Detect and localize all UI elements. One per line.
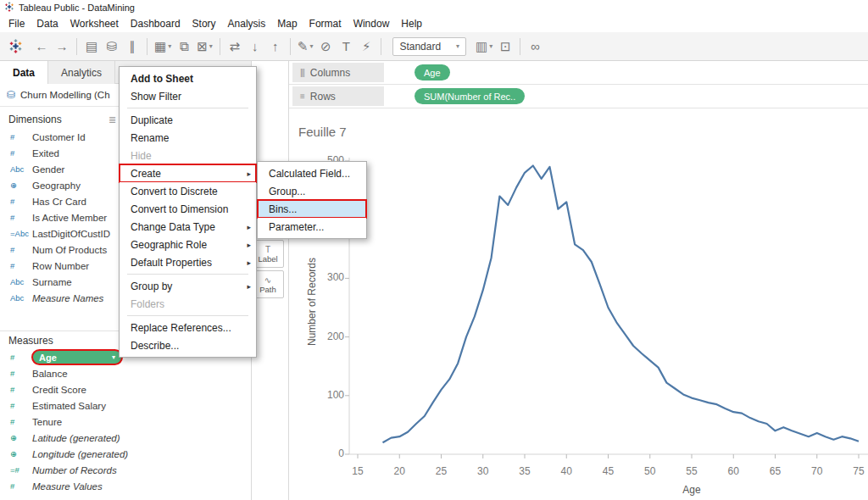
new-data-source-button[interactable]: ⛁ [102, 36, 122, 58]
menu-item-describe[interactable]: Describe... [120, 336, 256, 354]
fit-selector[interactable]: Standard ▾ [392, 37, 466, 56]
menu-item-duplicate[interactable]: Duplicate [120, 111, 256, 129]
menu-item-rename[interactable]: Rename [120, 129, 256, 147]
menubar-item-map[interactable]: Map [271, 15, 303, 32]
menu-item-convert-to-discrete[interactable]: Convert to Discrete [120, 182, 256, 200]
submenu-arrow-icon: ▸ [247, 282, 251, 291]
swap-rows-columns-icon: ⇄ [230, 40, 241, 53]
measure-field-latitude-generated[interactable]: ⊕Latitude (generated) [0, 430, 251, 446]
undo-button[interactable]: ← [31, 36, 52, 58]
measure-field-longitude-generated[interactable]: ⊕Longitude (generated) [0, 446, 251, 462]
menu-item-label: Hide [131, 150, 152, 162]
number-icon: # [10, 353, 32, 362]
menu-item-replace-references[interactable]: Replace References... [120, 319, 256, 336]
sheet-title[interactable]: Feuille 7 [298, 125, 347, 139]
clear-sheet-button[interactable]: ⊠▾ [194, 36, 215, 58]
measure-field-tenure[interactable]: #Tenure [0, 414, 251, 430]
menu-item-label: Group... [269, 186, 305, 197]
rows-shelf-body[interactable]: SUM(Number of Rec.. [384, 88, 868, 104]
tableau-toolbar-logo-button[interactable] [8, 39, 23, 53]
menubar-item-story[interactable]: Story [186, 15, 222, 32]
y-axis-label: Number of Records [306, 242, 318, 361]
menubar: FileDataWorksheetDashboardStoryAnalysisM… [0, 15, 868, 32]
menu-item-geographic-role[interactable]: Geographic Role▸ [120, 236, 256, 253]
x-tick-label: 65 [762, 465, 789, 477]
menubar-item-file[interactable]: File [3, 15, 31, 32]
columns-shelf-body[interactable]: Age [384, 64, 868, 81]
submenu-item-group[interactable]: Group... [258, 182, 366, 200]
measure-field-number-of-records[interactable]: =#Number of Records [0, 462, 251, 478]
menu-item-show-filter[interactable]: Show Filter [120, 87, 256, 105]
presentation-mode-button[interactable]: ⊡ [495, 36, 515, 58]
field-label: Gender [32, 164, 64, 175]
calculated-number-icon: =# [10, 465, 32, 475]
toolbar-separator [520, 38, 520, 55]
selected-field-pill[interactable]: Age▾ [32, 350, 122, 364]
menubar-item-dashboard[interactable]: Dashboard [125, 15, 186, 32]
line-chart[interactable] [342, 119, 868, 475]
view-options-icon[interactable]: ≣ [108, 114, 116, 125]
menubar-item-format[interactable]: Format [303, 15, 348, 32]
menu-item-folders[interactable]: Folders [120, 295, 256, 313]
field-label: Exited [32, 148, 59, 158]
menu-item-hide[interactable]: Hide [120, 147, 256, 164]
menu-item-label: Replace References... [131, 322, 231, 334]
menu-item-change-data-type[interactable]: Change Data Type▸ [120, 218, 256, 236]
show-hide-cards-icon: ▥ [476, 40, 487, 53]
redo-button[interactable]: → [52, 36, 72, 58]
group-members-button[interactable]: ⊘ [315, 36, 336, 58]
columns-pill-age[interactable]: Age [415, 64, 450, 81]
save-button[interactable]: ▤ [81, 36, 102, 58]
menu-item-default-properties[interactable]: Default Properties▸ [120, 253, 256, 271]
rows-icon: ≡ [300, 92, 304, 101]
menu-item-create[interactable]: Create▸ [120, 164, 256, 182]
field-context-menu: Add to SheetShow FilterDuplicateRenameHi… [119, 66, 257, 358]
menubar-item-analysis[interactable]: Analysis [222, 15, 272, 32]
new-worksheet-button[interactable]: ▦▾ [152, 36, 174, 58]
rows-shelf-label: ≡ Rows [292, 86, 384, 106]
text-icon: Abc [10, 164, 32, 174]
label-icon: T [265, 245, 270, 254]
x-tick-label: 20 [386, 465, 413, 477]
measure-field-credit-score[interactable]: #Credit Score [0, 381, 251, 397]
mark-labels-button[interactable]: T [336, 36, 356, 58]
tab-data[interactable]: Data [0, 61, 48, 84]
pause-auto-updates-button[interactable]: ∥ [122, 36, 142, 58]
menubar-item-worksheet[interactable]: Worksheet [64, 15, 125, 32]
sort-descending-button[interactable]: ↑ [265, 36, 286, 58]
sort-ascending-button[interactable]: ↓ [245, 36, 265, 58]
submenu-item-parameter[interactable]: Parameter... [258, 218, 366, 236]
sort-ascending-icon: ↓ [252, 40, 259, 53]
y-tick-label: 200 [312, 331, 344, 342]
submenu-item-calculated-field[interactable]: Calculated Field... [258, 164, 366, 182]
duplicate-sheet-button[interactable]: ⧉ [174, 36, 194, 58]
measure-field-balance[interactable]: #Balance [0, 365, 251, 381]
swap-rows-columns-button[interactable]: ⇄ [225, 36, 245, 58]
dimensions-header-label: Dimensions [8, 114, 62, 125]
show-hide-cards-button[interactable]: ▥▾ [473, 36, 495, 58]
tab-analytics[interactable]: Analytics [48, 61, 115, 84]
highlight-button[interactable]: ✎▾ [295, 36, 316, 58]
columns-icon: ||| [300, 68, 304, 77]
menubar-item-help[interactable]: Help [395, 15, 428, 32]
menu-item-label: Show Filter [131, 91, 181, 103]
submenu-arrow-icon: ▸ [247, 169, 251, 178]
line-series[interactable] [383, 166, 860, 443]
x-tick-label: 35 [511, 465, 538, 477]
field-label: Estimated Salary [32, 401, 106, 411]
menubar-item-data[interactable]: Data [31, 15, 64, 32]
share-button[interactable]: ∞ [525, 36, 545, 58]
rows-pill-sum-number-of-rec[interactable]: SUM(Number of Rec.. [415, 88, 525, 104]
measure-field-measure-values[interactable]: #Measure Values [0, 478, 251, 494]
menubar-item-window[interactable]: Window [348, 15, 396, 32]
globe-icon: ⊕ [10, 181, 32, 190]
fix-axes-button[interactable]: ⚡ [356, 36, 376, 58]
measure-field-estimated-salary[interactable]: #Estimated Salary [0, 397, 251, 414]
menu-item-group-by[interactable]: Group by▸ [120, 277, 256, 295]
number-icon: # [10, 132, 32, 142]
rows-shelf: ≡ Rows SUM(Number of Rec.. [289, 85, 868, 108]
menu-item-convert-to-dimension[interactable]: Convert to Dimension [120, 200, 256, 218]
menu-item-add-to-sheet[interactable]: Add to Sheet [120, 69, 256, 87]
submenu-item-bins[interactable]: Bins... [258, 200, 366, 218]
y-tick-label: 0 [312, 447, 344, 459]
